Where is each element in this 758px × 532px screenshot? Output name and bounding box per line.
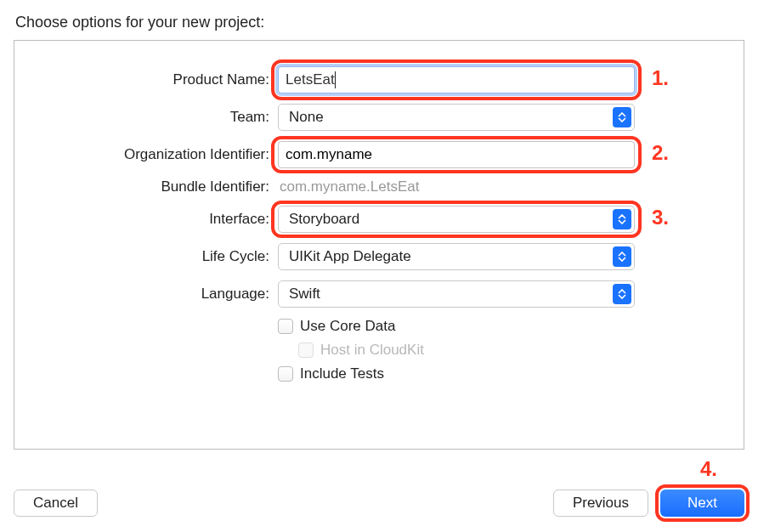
previous-button[interactable]: Previous <box>553 490 648 517</box>
bundle-identifier-label: Bundle Identifier: <box>14 178 278 195</box>
host-cloudkit-checkbox <box>298 342 314 358</box>
annotation-3: 3. <box>652 206 669 229</box>
product-name-input[interactable]: LetsEat <box>278 66 635 93</box>
use-core-data-label: Use Core Data <box>300 318 395 335</box>
include-tests-checkbox[interactable] <box>278 366 293 382</box>
cancel-button[interactable]: Cancel <box>14 490 98 517</box>
interface-label: Interface: <box>14 211 278 228</box>
chevron-up-down-icon <box>613 209 631 229</box>
team-select[interactable]: None <box>278 104 635 131</box>
bundle-identifier-value: com.myname.LetsEat <box>278 178 635 195</box>
chevron-up-down-icon <box>613 107 631 127</box>
language-select[interactable]: Swift <box>278 280 635 308</box>
org-identifier-input[interactable] <box>278 141 635 168</box>
footer-bar: Cancel Previous Next <box>14 490 744 517</box>
org-identifier-label: Organization Identifier: <box>14 146 278 163</box>
chevron-up-down-icon <box>613 284 631 304</box>
annotation-2: 2. <box>652 141 669 165</box>
chevron-up-down-icon <box>613 246 631 267</box>
annotation-1: 1. <box>652 66 669 90</box>
product-name-label: Product Name: <box>14 71 278 88</box>
interface-select[interactable]: Storyboard <box>278 206 635 233</box>
host-cloudkit-label: Host in CloudKit <box>320 342 424 359</box>
life-cycle-label: Life Cycle: <box>14 248 278 265</box>
next-button[interactable]: Next <box>660 490 744 517</box>
include-tests-label: Include Tests <box>300 365 384 382</box>
annotation-4: 4. <box>700 457 717 481</box>
life-cycle-select[interactable]: UIKit App Delegate <box>278 243 635 270</box>
use-core-data-checkbox[interactable] <box>278 319 293 334</box>
options-panel: Product Name: LetsEat 1. Team: None Orga… <box>14 40 744 450</box>
team-label: Team: <box>14 109 278 126</box>
dialog-title: Choose options for your new project: <box>0 0 758 40</box>
language-label: Language: <box>14 286 278 303</box>
